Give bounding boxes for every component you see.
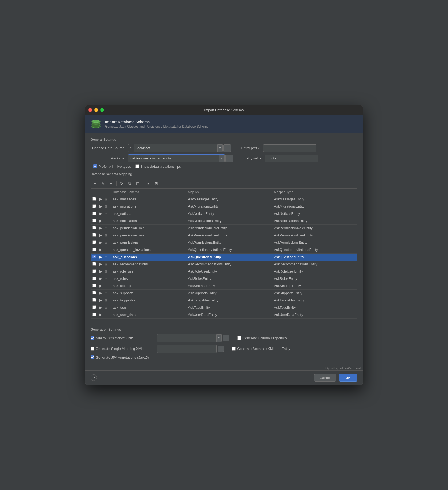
table-row[interactable]: ▶ ⊞ ask_roles AskRolesEntity AskRolesEnt… (91, 275, 357, 282)
row-checkbox[interactable] (92, 277, 96, 280)
row-expand-cell[interactable]: ▶ (99, 275, 104, 282)
maximize-button[interactable] (100, 108, 104, 112)
datasource-dropdown[interactable]: ▾ (217, 144, 223, 152)
single-mapping-input[interactable] (157, 345, 216, 353)
row-expand-cell[interactable]: ▶ (99, 289, 104, 297)
datasource-input[interactable] (134, 144, 217, 152)
jpa-annotations-checkbox-label[interactable]: Generate JPA Annotations (Java5) (91, 355, 155, 359)
datasource-ellipsis-btn[interactable]: ... (223, 144, 231, 152)
row-expand-cell[interactable]: ▶ (99, 196, 104, 203)
row-expand-cell[interactable]: ▶ (99, 318, 104, 319)
row-checkbox[interactable] (92, 226, 96, 229)
persistence-unit-add-btn[interactable]: + (223, 335, 229, 341)
separate-xml-label[interactable]: Generate Separate XML per Entity (232, 347, 301, 351)
row-checkbox[interactable] (92, 284, 96, 287)
minimize-button[interactable] (94, 108, 98, 112)
row-expand-cell[interactable]: ▶ (99, 217, 104, 224)
row-checkbox[interactable] (92, 240, 96, 244)
col-schema[interactable]: Database Schema (110, 189, 185, 196)
row-expand-cell[interactable]: ▶ (99, 239, 104, 246)
row-expand-cell[interactable]: ▶ (99, 304, 104, 311)
package-ellipsis-btn[interactable]: ... (225, 155, 233, 162)
entity-prefix-input[interactable] (263, 144, 316, 152)
refresh-btn[interactable]: ↻ (118, 180, 125, 187)
generation-settings-section: Generation Settings Add to Persistence U… (91, 324, 357, 359)
row-checkbox[interactable] (92, 255, 96, 258)
separate-xml-checkbox[interactable] (232, 347, 236, 351)
paste-btn[interactable]: ◫ (134, 180, 141, 187)
prefer-primitive-checkbox[interactable] (93, 164, 97, 168)
row-checkbox[interactable] (92, 219, 96, 222)
persistence-unit-checkbox[interactable] (91, 336, 94, 340)
cancel-button[interactable]: Cancel (314, 374, 336, 382)
generate-column-props-checkbox[interactable] (237, 336, 241, 340)
ok-button[interactable]: OK (339, 374, 358, 382)
table-row[interactable]: ▶ ⊞ ask_permission_role AskPermissionRol… (91, 224, 357, 232)
single-mapping-add-btn[interactable]: + (218, 346, 224, 352)
sort-btn[interactable]: ≡ (145, 180, 152, 187)
row-expand-cell[interactable]: ▶ (99, 246, 104, 253)
row-checkbox[interactable] (92, 262, 96, 266)
jpa-annotations-checkbox[interactable] (91, 355, 94, 359)
row-checkbox[interactable] (92, 298, 96, 302)
table-row[interactable]: ▶ ⊞ ask_user_data AskUserDataEntity AskU… (91, 311, 357, 318)
table-row[interactable]: ▶ ⊞ ask_supports AskSupportsEntity AskSu… (91, 289, 357, 297)
package-dropdown[interactable]: ▾ (219, 155, 225, 162)
row-expand-cell[interactable]: ▶ (99, 261, 104, 268)
table-row[interactable]: ▶ ⊞ ask_user_oauth AskUserOauthEntity As… (91, 318, 357, 319)
remove-schema-btn[interactable]: − (108, 180, 115, 187)
row-checkbox-cell (91, 210, 99, 217)
table-row[interactable]: ▶ ⊞ ask_question_invitations AskQuestion… (91, 246, 357, 253)
table-row[interactable]: ▶ ⊞ ask_migrations AskMigrationsEntity A… (91, 203, 357, 210)
filter-btn[interactable]: ⊟ (153, 180, 160, 187)
package-input[interactable] (128, 155, 219, 162)
table-row[interactable]: ▶ ⊞ ask_notices AskNoticesEntity AskNoti… (91, 210, 357, 217)
show-relationships-checkbox-label[interactable]: Show default relationships (135, 164, 181, 169)
table-row[interactable]: ▶ ⊞ ask_permission_user AskPermissionUse… (91, 232, 357, 239)
entity-suffix-input[interactable] (265, 155, 318, 162)
table-row[interactable]: ▶ ⊞ ask_messages AskMessagesEntity AskMe… (91, 196, 357, 203)
table-row[interactable]: ▶ ⊞ ask_taggables AskTaggablesEntity Ask… (91, 297, 357, 304)
table-row[interactable]: ▶ ⊞ ask_questions AskQuestionsEntity Ask… (91, 253, 357, 261)
row-expand-cell[interactable]: ▶ (99, 268, 104, 275)
single-mapping-checkbox[interactable] (91, 347, 94, 351)
table-row[interactable]: ▶ ⊞ ask_permissions AskPermissionsEntity… (91, 239, 357, 246)
row-expand-cell[interactable]: ▶ (99, 232, 104, 239)
edit-schema-btn[interactable]: ✎ (100, 180, 107, 187)
row-checkbox[interactable] (92, 269, 96, 273)
col-mapas[interactable]: Map As (185, 189, 271, 196)
row-expand-cell[interactable]: ▶ (99, 282, 104, 289)
row-checkbox[interactable] (92, 305, 96, 309)
row-checkbox[interactable] (92, 248, 96, 251)
generate-column-props-label[interactable]: Generate Column Properties (237, 336, 307, 340)
row-checkbox[interactable] (92, 233, 96, 237)
row-checkbox[interactable] (92, 197, 96, 201)
persistence-unit-checkbox-label[interactable]: Add to Persistence Unit: (91, 336, 155, 340)
close-button[interactable] (88, 108, 92, 112)
add-schema-btn[interactable]: + (92, 180, 99, 187)
show-relationships-checkbox[interactable] (135, 164, 139, 168)
table-row[interactable]: ▶ ⊞ ask_recommendations AskRecommendatio… (91, 261, 357, 268)
row-expand-cell[interactable]: ▶ (99, 311, 104, 318)
row-expand-cell[interactable]: ▶ (99, 203, 104, 210)
row-expand-cell[interactable]: ▶ (99, 210, 104, 217)
row-checkbox[interactable] (92, 313, 96, 316)
row-expand-cell[interactable]: ▶ (99, 297, 104, 304)
row-checkbox[interactable] (92, 204, 96, 208)
persistence-unit-dropdown[interactable]: ▾ (216, 334, 222, 342)
row-expand-cell[interactable]: ▶ (99, 253, 104, 261)
schema-table-container[interactable]: Database Schema Map As Mapped Type ▶ ⊞ a… (91, 188, 357, 319)
help-button[interactable]: ? (91, 374, 97, 381)
row-checkbox[interactable] (92, 212, 96, 215)
copy-btn[interactable]: ⧉ (126, 180, 133, 187)
table-row[interactable]: ▶ ⊞ ask_settings AskSettingsEntity AskSe… (91, 282, 357, 289)
table-row[interactable]: ▶ ⊞ ask_notifications AskNotificationsEn… (91, 217, 357, 224)
row-checkbox[interactable] (92, 291, 96, 294)
table-row[interactable]: ▶ ⊞ ask_tags AskTagsEntity AskTagsEntity (91, 304, 357, 311)
prefer-primitive-checkbox-label[interactable]: Prefer primitive types (93, 164, 131, 169)
single-mapping-checkbox-label[interactable]: Generate Single Mapping XML: (91, 347, 155, 351)
table-row[interactable]: ▶ ⊞ ask_role_user AskRoleUserEntity AskR… (91, 268, 357, 275)
persistence-unit-input[interactable] (157, 334, 216, 342)
row-expand-cell[interactable]: ▶ (99, 224, 104, 232)
col-mapped[interactable]: Mapped Type (271, 189, 357, 196)
